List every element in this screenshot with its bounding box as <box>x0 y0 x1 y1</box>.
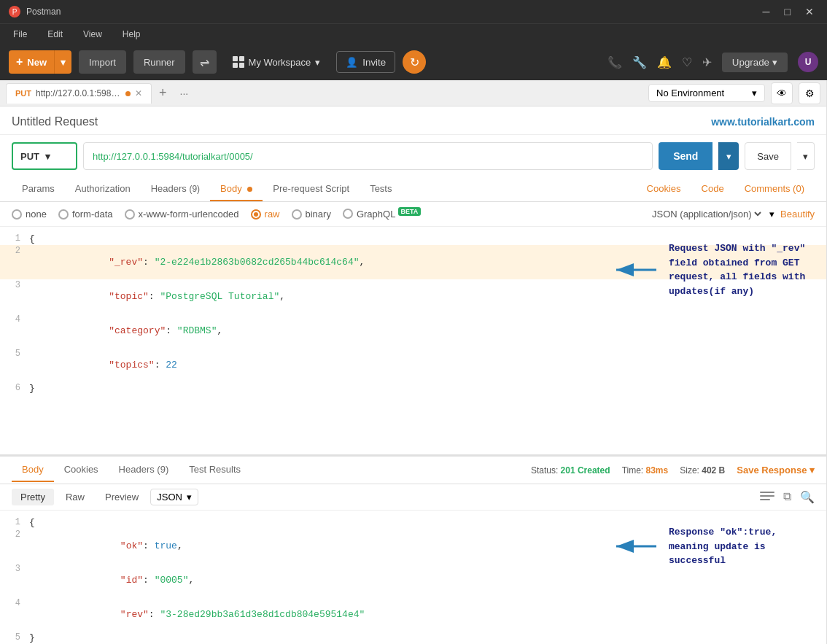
body-urlencoded-option[interactable]: x-www-form-urlencoded <box>125 209 239 220</box>
save-arrow-button[interactable]: ▾ <box>797 142 815 170</box>
tab-authorization[interactable]: Authorization <box>65 177 141 201</box>
url-bar: PUT ▾ Send ▾ Save ▾ <box>0 135 826 177</box>
resp-code-line-5: 5 } <box>0 632 826 644</box>
response-annotation: Response "ok":true, meaning update is su… <box>609 525 815 568</box>
minimize-button[interactable]: ─ <box>758 4 774 19</box>
body-none-option[interactable]: none <box>12 209 47 220</box>
resp-tab-headers[interactable]: Headers (9) <box>109 458 179 482</box>
code-line-6: 6 } <box>0 382 826 395</box>
upgrade-label: Upgrade <box>732 57 769 68</box>
tab-close-icon[interactable]: ✕ <box>135 88 142 98</box>
new-button[interactable]: + New ▾ <box>9 50 71 74</box>
toolbar: + New ▾ Import Runner ⇌ My Workspace ▾ 👤… <box>0 44 827 80</box>
resp-tab-testresults[interactable]: Test Results <box>179 458 251 482</box>
request-annotation-text: Request JSON with "_rev" field obtained … <box>669 241 815 298</box>
request-tab[interactable]: PUT http://127.0.0.1:5984/tutorialkа... … <box>6 83 152 104</box>
raw-radio[interactable] <box>251 209 261 220</box>
body-form-data-option[interactable]: form-data <box>58 209 113 220</box>
upgrade-button[interactable]: Upgrade ▾ <box>722 53 788 72</box>
copy-icon[interactable]: ⧉ <box>783 490 791 504</box>
upgrade-arrow-icon: ▾ <box>772 57 777 68</box>
resp-pretty-button[interactable]: Pretty <box>12 489 54 505</box>
size-value: 402 B <box>702 465 725 476</box>
tab-comments-link[interactable]: Comments (0) <box>734 177 815 201</box>
menu-file[interactable]: File <box>9 26 31 42</box>
json-type-selector[interactable]: JSON (application/json) <box>649 208 764 220</box>
sync-button[interactable]: ↻ <box>403 50 426 74</box>
avatar[interactable]: U <box>798 52 818 72</box>
title-bar-controls[interactable]: ─ □ ✕ <box>758 4 818 19</box>
resp-raw-button[interactable]: Raw <box>57 489 93 505</box>
resp-code-line-4: 4 "rev": "3-28ed29bb3a61d3e8d1cdb804e595… <box>0 597 826 632</box>
more-tabs-button[interactable]: ··· <box>174 88 195 99</box>
save-button[interactable]: Save <box>745 142 791 170</box>
phone-icon[interactable]: 📞 <box>607 55 622 69</box>
beautify-button[interactable]: Beautify <box>780 209 815 220</box>
runner-button[interactable]: Runner <box>133 50 185 74</box>
resp-code-line-3: 3 "id": "0005", <box>0 563 826 597</box>
resp-preview-button[interactable]: Preview <box>96 489 147 505</box>
json-chevron-icon[interactable]: ▾ <box>769 209 774 220</box>
resp-tab-cookies[interactable]: Cookies <box>54 458 109 482</box>
menu-view[interactable]: View <box>79 26 106 42</box>
close-button[interactable]: ✕ <box>801 4 818 19</box>
response-tabs: Body Cookies Headers (9) Test Results St… <box>0 457 826 484</box>
tab-code-link[interactable]: Code <box>691 177 734 201</box>
body-options: none form-data x-www-form-urlencoded raw… <box>0 202 826 227</box>
send-button[interactable]: Send <box>659 142 713 170</box>
send-icon[interactable]: ✈ <box>702 55 712 69</box>
tab-url: http://127.0.0.1:5984/tutorialkа... <box>36 88 121 98</box>
environment-selector[interactable]: No Environment ▾ <box>648 84 765 102</box>
tab-bar: PUT http://127.0.0.1:5984/tutorialkа... … <box>0 80 826 106</box>
add-tab-button[interactable]: + <box>153 85 173 101</box>
tab-params[interactable]: Params <box>12 177 65 201</box>
request-panel: PUT http://127.0.0.1:5984/tutorialkа... … <box>0 80 827 644</box>
body-binary-option[interactable]: binary <box>292 209 331 220</box>
tab-tests[interactable]: Tests <box>360 177 402 201</box>
wrap-icon[interactable] <box>760 490 774 502</box>
heart-icon[interactable]: ♡ <box>682 55 692 69</box>
binary-radio[interactable] <box>292 209 302 220</box>
invite-label: Invite <box>362 57 386 68</box>
search-icon[interactable]: 🔍 <box>800 490 815 504</box>
request-code-editor[interactable]: 1 { 2 "_rev": "2-e224e1b2863b0682cd265b4… <box>0 227 826 454</box>
beta-badge: BETA <box>398 207 422 216</box>
url-input[interactable] <box>83 142 653 170</box>
invite-button[interactable]: 👤 Invite <box>336 51 395 73</box>
resp-tab-body[interactable]: Body <box>12 458 54 482</box>
body-raw-option[interactable]: raw <box>251 209 280 220</box>
method-selector[interactable]: PUT ▾ <box>12 142 77 170</box>
toolbar-icons: 📞 🔧 🔔 ♡ ✈ Upgrade ▾ U <box>607 52 818 72</box>
urlencoded-radio[interactable] <box>125 209 135 220</box>
bell-icon[interactable]: 🔔 <box>657 55 672 69</box>
menu-edit[interactable]: Edit <box>43 26 67 42</box>
resp-json-selector[interactable]: JSON ▾ <box>150 489 198 505</box>
workspace-selector[interactable]: My Workspace ▾ <box>224 53 330 71</box>
import-button[interactable]: Import <box>79 50 126 74</box>
menu-help[interactable]: Help <box>118 26 145 42</box>
tab-headers[interactable]: Headers (9) <box>141 177 210 201</box>
code-line-4: 4 "category": "RDBMS", <box>0 314 826 348</box>
save-response-button[interactable]: Save Response ▾ <box>737 465 815 476</box>
body-graphql-option[interactable]: GraphQL BETA <box>343 208 421 220</box>
new-button-arrow[interactable]: ▾ <box>55 50 71 74</box>
tab-unsaved-dot <box>125 91 131 96</box>
tab-method: PUT <box>15 89 31 98</box>
tab-cookies-link[interactable]: Cookies <box>637 177 691 201</box>
env-chevron-icon: ▾ <box>752 88 757 98</box>
tutorial-link[interactable]: www.tutorialkart.com <box>711 116 815 128</box>
history-button[interactable]: ⇌ <box>193 50 217 74</box>
tab-body[interactable]: Body <box>210 177 263 201</box>
maximize-button[interactable]: □ <box>780 4 795 19</box>
env-view-button[interactable]: 👁 <box>771 82 793 104</box>
form-data-radio[interactable] <box>58 209 69 220</box>
new-button-main[interactable]: + New <box>9 50 55 74</box>
none-radio[interactable] <box>12 209 22 220</box>
env-settings-button[interactable]: ⚙ <box>799 82 820 104</box>
tab-prerequest[interactable]: Pre-request Script <box>263 177 360 201</box>
size-label: Size: 402 B <box>680 465 725 476</box>
send-arrow-button[interactable]: ▾ <box>718 142 739 170</box>
title-bar: P Postman ─ □ ✕ <box>0 0 827 23</box>
wrench-icon[interactable]: 🔧 <box>632 55 647 69</box>
graphql-radio[interactable] <box>343 209 353 219</box>
